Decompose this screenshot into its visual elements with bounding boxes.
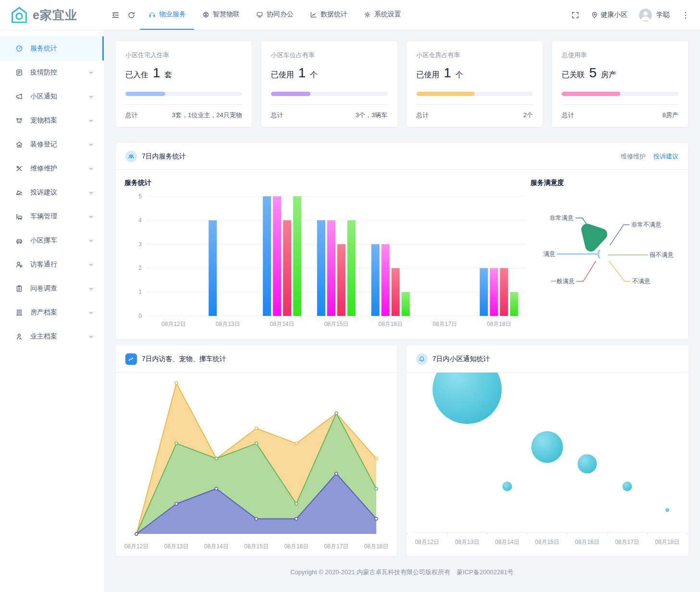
- sidebar-item-epidemic-control[interactable]: 疫情防控: [0, 60, 104, 85]
- axis-label: 08月18日: [487, 321, 511, 327]
- axis-label: 08月13日: [216, 321, 240, 327]
- sidebar-item-owner-archive[interactable]: 业主档案: [0, 325, 104, 349]
- axis-label: 满意: [543, 251, 556, 257]
- main-nav: 物业服务智慧物联协同办公数据统计系统设置: [140, 0, 409, 30]
- doc-icon: [15, 69, 23, 76]
- stat-card-title: 总使用率: [562, 51, 678, 60]
- chevron-down-icon: [88, 190, 94, 196]
- sidebar-item-visitor-access[interactable]: 访客通行: [0, 253, 104, 277]
- chevron-down-icon: [88, 166, 94, 172]
- bar-series-green: [347, 220, 356, 316]
- value-prefix: 已关联: [562, 70, 585, 80]
- logo-text: e家宜业: [33, 7, 77, 23]
- pie-slice-very-satisfied: [587, 230, 602, 246]
- axis-label: 不满意: [632, 278, 651, 285]
- card-divider: [562, 104, 678, 105]
- service-panel-toggles: 维修维护投诉建议: [621, 152, 678, 161]
- main-content: 小区住宅入住率已入住1套总计3套，1位业主，24只宠物小区车位占有率已使用1个总…: [104, 30, 700, 592]
- axis-label: 08月17日: [432, 321, 457, 327]
- sidebar-item-label: 车辆管理: [30, 212, 57, 221]
- data-point: [375, 457, 378, 460]
- service-panel-body: 服务统计 01234508月12日08月13日08月14日08月15日08月16…: [116, 170, 688, 339]
- nav-label: 数据统计: [320, 10, 347, 19]
- progress-fill: [417, 92, 475, 96]
- axis-label: 08月16日: [284, 543, 308, 550]
- bar-series-blue: [480, 268, 488, 316]
- value-number: 1: [444, 65, 452, 81]
- value-prefix: 已入住: [125, 70, 148, 80]
- value-unit: 房产: [601, 70, 616, 80]
- chevron-down-icon: [88, 286, 94, 292]
- megaphone-icon: [15, 93, 23, 100]
- owner-icon: [15, 333, 23, 340]
- sidebar-item-property-archive[interactable]: 房产档案: [0, 301, 104, 325]
- progress-bar: [562, 92, 678, 96]
- axis-label: 0: [138, 313, 142, 319]
- progress-bar: [125, 92, 242, 96]
- nav-data-stats[interactable]: 数据统计: [302, 0, 356, 30]
- axis-label: 08月16日: [379, 321, 403, 327]
- toggle-repair-maintenance[interactable]: 维修维护: [621, 152, 646, 161]
- toggle-complaint-suggestion[interactable]: 投诉建议: [653, 152, 678, 161]
- stat-card-value: 已使用1个: [417, 65, 533, 81]
- sidebar-item-community-notice[interactable]: 小区通知: [0, 85, 104, 109]
- nav-property-service[interactable]: 物业服务: [140, 0, 194, 30]
- stat-card-footer: 总计3套，1位业主，24只宠物: [125, 111, 242, 120]
- user-menu[interactable]: 学聪: [639, 9, 670, 22]
- label-leader-line: [609, 261, 630, 281]
- nav-smart-iot[interactable]: 智慧物联: [194, 0, 248, 30]
- total-label: 总计: [271, 111, 283, 120]
- sidebar-item-repair-maintenance[interactable]: 维修维护: [0, 157, 104, 181]
- total-label: 总计: [562, 111, 574, 120]
- sidebar-item-questionnaire[interactable]: 问卷调查: [0, 277, 104, 301]
- service-panel-header: 7日内服务统计 维修维护投诉建议: [116, 143, 688, 170]
- label-leader-line: [577, 261, 596, 281]
- sidebar-item-label: 装修登记: [30, 140, 57, 149]
- more-menu-icon[interactable]: ⋮: [681, 10, 689, 20]
- stat-card-footer: 总计2个: [417, 111, 533, 120]
- headset-icon: [148, 11, 156, 18]
- car-icon: [15, 237, 23, 244]
- truck-icon: [15, 213, 23, 220]
- sidebar-item-vehicle-management[interactable]: 车辆管理: [0, 205, 104, 229]
- label-leader-line: [610, 225, 629, 245]
- notice-bubble-chart: 08月12日08月13日08月14日08月15日08月16日08月17日08月1…: [406, 373, 688, 555]
- fullscreen-button[interactable]: [571, 11, 579, 19]
- stat-card-footer: 总计3个，3辆车: [271, 111, 388, 120]
- bottom-panels-row: 7日内访客、宠物、挪车统计 08月12日08月13日08月14日08月15日08…: [116, 346, 688, 556]
- nav-system-settings[interactable]: 系统设置: [356, 0, 409, 30]
- sidebar-item-label: 宠物档案: [30, 116, 57, 125]
- nav-label: 智慧物联: [213, 10, 240, 19]
- house-tool-icon: [15, 141, 23, 148]
- axis-label: 08月18日: [655, 539, 679, 545]
- community-selector[interactable]: 健康小区: [591, 11, 627, 19]
- satisfaction-block: 服务满意度 非常满意满意一般满意非常不满意很不满意不满意: [529, 179, 684, 333]
- logo-house-icon: [11, 6, 28, 24]
- value-prefix: 已使用: [417, 70, 440, 80]
- progress-fill: [125, 92, 165, 96]
- data-point: [335, 472, 338, 475]
- axis-label: 08月14日: [270, 321, 295, 327]
- sidebar-item-label: 服务统计: [30, 44, 57, 53]
- stat-card-4: 总使用率已关联5房产总计8房产: [552, 41, 688, 127]
- axis-label: 一般满意: [551, 278, 575, 285]
- axis-label: 很不满意: [649, 252, 674, 258]
- bar-series-magenta: [490, 268, 498, 316]
- sidebar-item-complaint-suggestion[interactable]: 投诉建议: [0, 181, 104, 205]
- sidebar-item-pet-archive[interactable]: 宠物档案: [0, 109, 104, 133]
- bell-icon: [418, 356, 425, 362]
- chevron-down-icon: [88, 262, 94, 268]
- refresh-button[interactable]: [127, 11, 135, 19]
- sidebar-item-move-car[interactable]: 小区挪车: [0, 229, 104, 253]
- nav-collaboration[interactable]: 协同办公: [248, 0, 302, 30]
- service-bar-block: 服务统计 01234508月12日08月13日08月14日08月15日08月16…: [123, 179, 529, 333]
- sidebar-item-renovation-register[interactable]: 装修登记: [0, 133, 104, 157]
- sidebar-item-service-stats[interactable]: 服务统计: [0, 36, 104, 60]
- axis-label: 08月15日: [535, 539, 560, 545]
- bar-series-blue: [263, 196, 271, 316]
- service-bar-chart: 01234508月12日08月13日08月14日08月15日08月16日08月1…: [123, 187, 529, 331]
- refresh-icon: [127, 11, 135, 19]
- data-point: [135, 532, 138, 535]
- menu-collapse-button[interactable]: [111, 11, 120, 19]
- chevron-down-icon: [88, 310, 94, 316]
